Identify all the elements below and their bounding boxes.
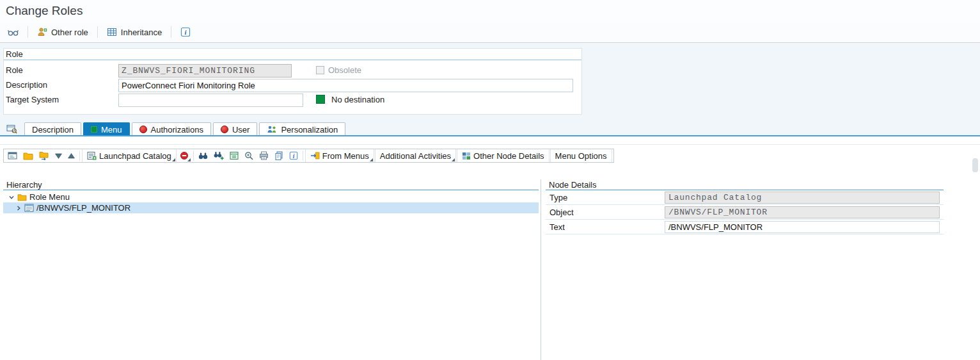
target-system-input[interactable] [118,94,303,107]
vertical-scrollbar-thumb[interactable] [972,158,978,172]
catalog-plus-icon [87,151,97,160]
tab-authorizations[interactable]: Authorizations [132,122,211,136]
tab-underline [0,135,980,136]
red-status-icon [139,126,147,133]
object-label: Object [546,208,665,217]
expand-all-button[interactable] [227,149,241,162]
toolbar-separator [28,26,28,38]
from-menus-icon [310,151,320,160]
text-label: Text [546,222,665,232]
overview-tab-button[interactable] [3,122,20,136]
role-input[interactable] [118,64,292,78]
tree-node-role-menu[interactable]: Role Menu [3,192,539,202]
tab-description[interactable]: Description [24,122,81,136]
chevron-right-icon[interactable] [15,205,22,211]
panel-splitter[interactable] [541,179,541,360]
folder-icon [23,152,33,160]
move-node-down-icon [55,153,62,159]
insert-folder-button[interactable] [36,149,52,162]
delete-node-button[interactable] [177,149,191,162]
delete-node-icon [180,151,189,160]
zoom-in-button[interactable] [242,149,256,162]
page-title: Change Roles [6,4,83,18]
display-documentation-icon [6,124,17,134]
tab-authorizations-label: Authorizations [151,125,203,135]
toolbar-separator [171,26,171,38]
role-field-label: Role [6,65,23,75]
print-button[interactable] [257,149,271,162]
find-next-button[interactable] [211,149,226,162]
change-roles-screen: Change Roles Other role [0,0,980,360]
launchpad-catalog-button[interactable]: Launchpad Catalog [82,149,177,162]
content-divider-line [0,144,980,145]
other-role-icon [37,27,47,37]
tab-strip: Description Menu Authorizations User Per… [3,122,345,136]
information-button[interactable]: i [177,24,194,40]
menu-options-button[interactable]: Menu Options [550,149,612,162]
no-destination-label: No destination [331,95,384,104]
description-row: Description [4,78,581,92]
inheritance-button[interactable]: Inheritance [103,24,166,40]
launchpad-catalog-label: Launchpad Catalog [99,151,171,161]
description-field-label: Description [6,80,47,90]
other-role-button[interactable]: Other role [33,24,92,40]
insert-transaction-button[interactable] [5,149,20,162]
other-role-label: Other role [51,28,88,37]
chevron-down-icon[interactable] [8,194,15,200]
print-icon [259,151,269,160]
inheritance-label: Inheritance [121,28,162,37]
grid-icon [462,152,471,160]
green-status-icon [91,126,97,133]
red-status-icon [221,126,228,133]
node-info-button[interactable]: i [287,149,301,162]
other-node-details-button[interactable]: Other Node Details [457,149,549,162]
role-group-header: Role [4,49,581,60]
tab-menu[interactable]: Menu [83,122,130,136]
tab-user[interactable]: User [213,122,257,136]
inheritance-icon [107,27,117,37]
menu-tab-toolbar: Launchpad Catalog [3,149,614,163]
hierarchy-panel-header: Hierarchy [3,179,539,190]
display-change-toggle-button[interactable] [4,24,22,40]
tab-menu-label: Menu [101,125,122,135]
move-node-up-icon [68,153,75,159]
text-input[interactable] [665,221,940,233]
tab-personalization[interactable]: Personalization [259,122,345,136]
tree-node-label: /BNWVS/FLP_MONITOR [36,203,130,213]
from-menus-label: From Menus [322,151,369,161]
svg-text:i: i [292,152,294,160]
move-node-up-button[interactable] [65,149,77,162]
find-icon [198,152,208,160]
application-toolbar: Other role Inheritance i [0,22,980,43]
folder-icon [17,193,27,201]
target-system-field-label: Target System [6,95,59,104]
additional-activities-button[interactable]: Additional Activities [375,149,456,162]
node-detail-row-object: Object [546,205,944,220]
tab-description-label: Description [32,125,74,135]
object-input[interactable] [665,206,940,218]
obsolete-label: Obsolete [328,65,361,75]
role-group-box: Role Role Obsolete Description Target Sy… [3,48,582,115]
node-detail-row-type: Type [546,190,944,205]
move-node-down-button[interactable] [52,149,65,162]
expand-all-icon [230,151,239,160]
find-button[interactable] [196,149,210,162]
info-icon: i [289,151,298,160]
obsolete-checkbox[interactable] [316,66,324,74]
insert-folder-icon [39,151,49,160]
type-input[interactable] [665,192,940,204]
create-folder-button[interactable] [20,149,36,162]
menu-options-label: Menu Options [555,151,607,161]
description-input[interactable] [118,79,573,92]
toolbar-separator [303,151,303,161]
no-destination-status-icon [316,95,325,104]
tree-node-catalog[interactable]: /BNWVS/FLP_MONITOR [3,202,539,213]
from-menus-button[interactable]: From Menus [305,149,374,162]
glasses-icon [8,28,19,37]
tree-node-label: Role Menu [29,192,70,202]
toolbar-separator [97,26,98,38]
people-icon [267,125,277,134]
title-bar: Change Roles [0,0,980,22]
target-system-row: Target System No destination [4,93,581,107]
copy-button[interactable] [272,149,286,162]
